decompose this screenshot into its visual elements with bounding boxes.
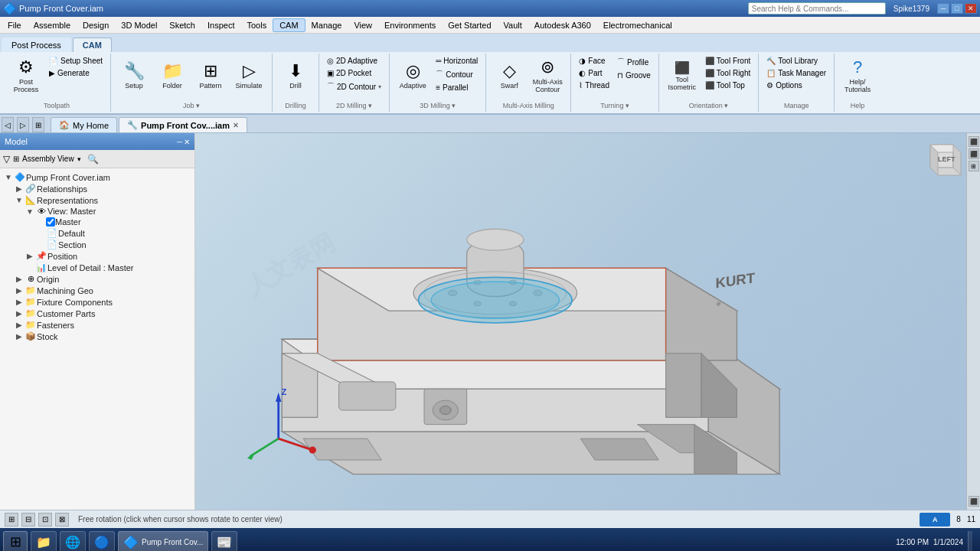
panel-minimize-icon[interactable]: ─ — [177, 138, 182, 146]
menu-manage[interactable]: Manage — [305, 19, 348, 31]
tab-cam-main[interactable]: CAM — [73, 37, 112, 52]
vp-btn-1[interactable]: ⬛ — [969, 136, 979, 147]
swarf-button[interactable]: ◇ Swarf — [491, 55, 528, 96]
expander-stock[interactable]: ▶ — [14, 332, 24, 341]
task-manager-button[interactable]: 📋 Task Manager — [763, 67, 829, 79]
maximize-button[interactable]: □ — [951, 3, 963, 14]
contour-button[interactable]: ⌒ Contour — [433, 67, 481, 81]
vp-btn-4[interactable]: ⬛ — [969, 496, 979, 507]
view-nav-right[interactable]: ▷ — [17, 117, 29, 132]
menu-inspect[interactable]: Inspect — [201, 19, 240, 31]
tree-item-origin[interactable]: ▶ ⊕ Origin — [0, 273, 194, 285]
help-tutorials-button[interactable]: ? Help/Tutorials — [839, 55, 876, 96]
adaptive-button[interactable]: ◎ Adaptive — [394, 55, 431, 96]
setup-sheet-button[interactable]: 📄 Setup Sheet — [46, 55, 106, 67]
multi-axis-contour-button[interactable]: ⊚ Multi-AxisContour — [529, 55, 566, 96]
2d-adaptive-button[interactable]: ◎ 2D Adaptive — [324, 55, 384, 67]
expander-machining-geo[interactable]: ▶ — [14, 286, 24, 295]
expander-customer-parts[interactable]: ▶ — [14, 309, 24, 318]
tree-item-master[interactable]: Master — [0, 217, 194, 227]
expander-view-master[interactable]: ▼ — [24, 207, 35, 216]
filter-icon[interactable]: ▽ — [3, 154, 10, 165]
drill-button[interactable]: ⬇ Drill — [277, 55, 314, 96]
menu-electromechanical[interactable]: Electromechanical — [597, 19, 678, 31]
menu-vault[interactable]: Vault — [498, 19, 528, 31]
status-view-btn-3[interactable]: ⊡ — [38, 513, 52, 527]
menu-cam[interactable]: CAM — [273, 18, 305, 32]
menu-get-started[interactable]: Get Started — [442, 19, 497, 31]
tab-my-home[interactable]: 🏠 My Home — [51, 117, 117, 132]
assembly-view-dropdown[interactable]: ▾ — [77, 155, 81, 163]
taskbar-browser[interactable]: 🌐 — [60, 531, 86, 551]
menu-design[interactable]: Design — [77, 19, 115, 31]
assembly-view-label[interactable]: Assembly View — [22, 155, 74, 163]
start-button[interactable]: ⊞ — [3, 531, 28, 551]
pattern-button[interactable]: ⊞ Pattern — [192, 55, 229, 96]
menu-autodesk-a360[interactable]: Autodesk A360 — [528, 19, 597, 31]
post-process-button[interactable]: ⚙ PostProcess — [8, 55, 44, 96]
options-button[interactable]: ⚙ Options — [763, 80, 829, 91]
tree-item-customer-parts[interactable]: ▶ 📁 Customer Parts — [0, 308, 194, 319]
parallel-button[interactable]: ≡ Parallel — [433, 82, 481, 93]
menu-environments[interactable]: Environments — [378, 19, 442, 31]
tree-item-fixture-components[interactable]: ▶ 📁 Fixture Components — [0, 296, 194, 308]
tree-item-stock[interactable]: ▶ 📦 Stock — [0, 331, 194, 342]
master-checkbox[interactable] — [46, 217, 55, 227]
tab-pump-front[interactable]: 🔧 Pump Front Cov....iam ✕ — [119, 117, 247, 132]
profile-button[interactable]: ⌒ Profile — [614, 55, 654, 69]
taskbar-inventor[interactable]: 🔷 Pump Front Cov... — [118, 531, 208, 551]
face-button[interactable]: ◑ Face — [576, 55, 612, 67]
tool-top-button[interactable]: ⬛ Tool Top — [702, 80, 753, 91]
vp-btn-3[interactable]: ⊞ — [969, 161, 979, 171]
close-button[interactable]: ✕ — [965, 3, 977, 14]
taskbar-app3[interactable]: 🔵 — [89, 531, 115, 551]
menu-view[interactable]: View — [348, 19, 378, 31]
minimize-button[interactable]: ─ — [937, 3, 949, 14]
status-view-btn-2[interactable]: ⊟ — [21, 513, 35, 527]
tool-isometric-button[interactable]: ⬛ ToolIsometric — [664, 55, 701, 96]
title-search-input[interactable] — [748, 2, 886, 15]
menu-sketch[interactable]: Sketch — [163, 19, 201, 31]
menu-tools[interactable]: Tools — [240, 19, 273, 31]
expander-origin[interactable]: ▶ — [14, 275, 24, 283]
menu-file[interactable]: File — [2, 19, 28, 31]
menu-assemble[interactable]: Assemble — [28, 19, 77, 31]
tree-item-representations[interactable]: ▼ 📐 Representations — [0, 194, 194, 206]
expander-fasteners[interactable]: ▶ — [14, 321, 24, 329]
thread-button[interactable]: ⌇ Thread — [576, 80, 612, 91]
viewport[interactable]: 人文表网 人文表网 人文表网 — [195, 133, 980, 510]
view-nav-left[interactable]: ◁ — [2, 117, 14, 132]
taskbar-app5[interactable]: 📰 — [211, 531, 237, 551]
2d-contour-dropdown[interactable]: ▾ — [378, 83, 381, 90]
vp-btn-2[interactable]: ⬛ — [969, 148, 979, 159]
tree-item-fasteners[interactable]: ▶ 📁 Fasteners — [0, 319, 194, 331]
horizontal-button[interactable]: ═ Horizontal — [433, 55, 481, 67]
tree-item-section[interactable]: 📄 Section — [0, 239, 194, 250]
panel-search-icon[interactable]: 🔍 — [87, 154, 99, 165]
tree-item-root[interactable]: ▼ 🔷 Pump Front Cover.iam — [0, 171, 194, 183]
2d-pocket-button[interactable]: ▣ 2D Pocket — [324, 67, 384, 79]
status-view-btn-1[interactable]: ⊞ — [5, 513, 18, 527]
pump-tab-close[interactable]: ✕ — [233, 122, 239, 129]
expander-relationships[interactable]: ▶ — [14, 184, 24, 193]
expander-representations[interactable]: ▼ — [14, 196, 24, 204]
tree-item-machining-geo[interactable]: ▶ 📁 Machining Geo — [0, 285, 194, 296]
2d-contour-button[interactable]: ⌒ 2D Contour ▾ — [324, 80, 384, 93]
view-windows[interactable]: ⊞ — [32, 117, 44, 132]
expander-fixture-components[interactable]: ▶ — [14, 298, 24, 306]
status-view-btn-4[interactable]: ⊠ — [55, 513, 69, 527]
tree-item-default[interactable]: 📄 Default — [0, 227, 194, 239]
expander-root[interactable]: ▼ — [3, 173, 14, 181]
simulate-button[interactable]: ▷ Simulate — [230, 55, 267, 96]
tool-library-button[interactable]: 🔨 Tool Library — [763, 55, 829, 67]
tree-item-lod[interactable]: 📊 Level of Detail : Master — [0, 262, 194, 273]
part-button[interactable]: ◐ Part — [576, 67, 612, 79]
tree-item-relationships[interactable]: ▶ 🔗 Relationships — [0, 183, 194, 194]
show-desktop[interactable] — [968, 531, 972, 551]
generate-button[interactable]: ▶ Generate — [46, 67, 106, 79]
panel-close-icon[interactable]: ✕ — [184, 138, 190, 146]
taskbar-explorer[interactable]: 📁 — [31, 531, 57, 551]
tool-front-button[interactable]: ⬛ Tool Front — [702, 55, 753, 67]
expander-position[interactable]: ▶ — [24, 252, 35, 260]
tab-post-process[interactable]: Post Process — [2, 37, 71, 52]
